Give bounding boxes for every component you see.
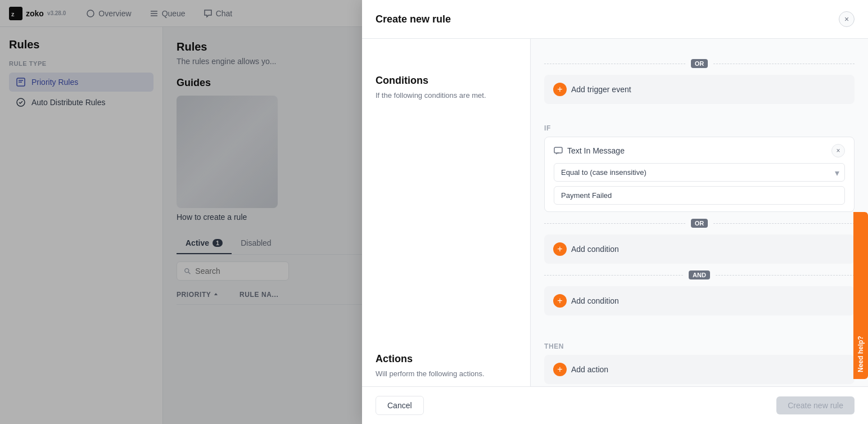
need-help-button[interactable]: Need help?	[853, 212, 868, 379]
cancel-button[interactable]: Cancel	[376, 396, 424, 415]
conditions-subtext: If the following conditions are met.	[376, 90, 517, 101]
modal-header: Create new rule ×	[362, 0, 868, 39]
condition-value-input[interactable]	[554, 186, 845, 205]
trigger-or-badge: OR	[691, 59, 708, 68]
modal-left-panel: Conditions If the following conditions a…	[362, 39, 531, 386]
modal-right-panel: OR + Add trigger event IF	[531, 39, 868, 386]
condition-card: Text In Message × Equal to (case insensi…	[544, 137, 855, 212]
trigger-or-divider: OR	[544, 59, 855, 68]
add-action-label: Add action	[571, 365, 608, 374]
trigger-section: OR + Add trigger event	[544, 52, 855, 104]
conditions-or-badge: OR	[691, 219, 708, 228]
svg-rect-12	[554, 147, 562, 153]
condition-type-label: Text In Message	[567, 146, 625, 155]
add-condition-and-row[interactable]: + Add condition	[544, 286, 855, 315]
condition-operator-select[interactable]: Equal to (case insensitive) Contains Sta…	[554, 163, 845, 182]
add-condition-or-icon: +	[553, 242, 567, 256]
modal-close-button[interactable]: ×	[839, 11, 855, 27]
condition-card-header: Text In Message ×	[554, 144, 845, 157]
then-label: THEN	[544, 342, 855, 350]
conditions-left-section: Conditions If the following conditions a…	[376, 75, 517, 101]
conditions-right-section: IF Text In Message × Equal to	[544, 124, 855, 315]
actions-heading: Actions	[376, 353, 517, 365]
modal-title: Create new rule	[376, 13, 451, 25]
add-condition-and-label: Add condition	[571, 296, 619, 305]
conditions-or-divider: OR	[544, 219, 855, 228]
add-trigger-icon: +	[553, 83, 567, 96]
modal-right-inner: OR + Add trigger event IF	[544, 52, 855, 384]
add-condition-or-label: Add condition	[571, 245, 619, 254]
if-label: IF	[544, 124, 855, 132]
condition-type: Text In Message	[554, 146, 625, 155]
add-trigger-row[interactable]: + Add trigger event	[544, 75, 855, 104]
add-condition-or-row[interactable]: + Add condition	[544, 234, 855, 264]
add-condition-and-icon: +	[553, 294, 567, 308]
add-action-icon: +	[553, 363, 567, 376]
conditions-heading: Conditions	[376, 75, 517, 87]
modal-body: Conditions If the following conditions a…	[362, 39, 868, 386]
conditions-and-badge: AND	[689, 270, 710, 279]
condition-operator-wrap[interactable]: Equal to (case insensitive) Contains Sta…	[554, 163, 845, 182]
create-rule-modal: Create new rule × Conditions If the foll…	[362, 0, 868, 424]
add-trigger-label: Add trigger event	[571, 85, 631, 94]
add-action-row[interactable]: + Add action	[544, 355, 855, 384]
create-rule-button[interactable]: Create new rule	[776, 396, 855, 414]
actions-left-section: Actions Will perform the following actio…	[376, 353, 517, 380]
modal-footer: Cancel Create new rule	[362, 386, 868, 424]
conditions-and-divider: AND	[544, 270, 855, 279]
message-icon	[554, 146, 563, 155]
actions-right-section: THEN + Add action	[544, 342, 855, 384]
actions-subtext: Will perform the following actions.	[376, 368, 517, 380]
condition-remove-button[interactable]: ×	[831, 144, 845, 157]
